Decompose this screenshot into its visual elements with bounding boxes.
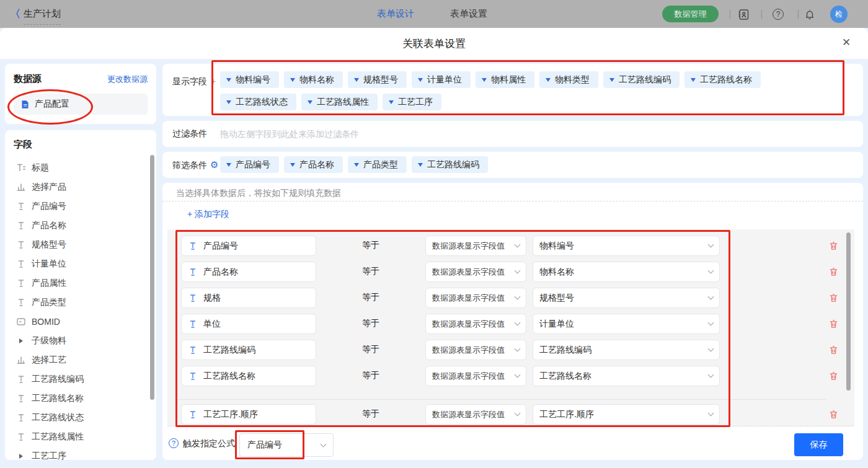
datasource-item-product-config[interactable]: 产品配置: [14, 94, 148, 115]
display-tag[interactable]: 工艺路线属性: [301, 94, 378, 110]
field-item-select-process[interactable]: 选择工艺: [14, 350, 148, 369]
trash-icon[interactable]: [828, 241, 839, 254]
trash-icon[interactable]: [828, 293, 839, 306]
caret-down-icon[interactable]: [290, 163, 295, 167]
caret-down-icon[interactable]: [226, 100, 231, 104]
save-button[interactable]: 保存: [794, 433, 843, 456]
notification-bell-icon[interactable]: [803, 7, 817, 21]
caret-down-icon[interactable]: [354, 163, 359, 167]
rule-field-box[interactable]: 工艺路线编码: [181, 340, 316, 360]
add-field-link[interactable]: + 添加字段: [187, 209, 229, 220]
rule-field-box[interactable]: 工艺工序.顺序: [181, 404, 316, 425]
back-chevron-icon[interactable]: 〈: [10, 7, 20, 21]
rules-scrollbar[interactable]: [846, 232, 851, 391]
caret-down-icon[interactable]: [482, 78, 487, 82]
field-item-bomid[interactable]: BOMID: [14, 312, 148, 331]
caret-down-icon[interactable]: [691, 78, 696, 82]
field-item-route-code[interactable]: 工艺路线编码: [14, 369, 148, 389]
rule-field-box[interactable]: 产品名称: [181, 262, 316, 282]
rule-source-select[interactable]: 数据源表显示字段值: [425, 314, 526, 334]
display-tag[interactable]: 工艺工序: [383, 94, 441, 110]
display-tag[interactable]: 物料名称: [284, 71, 343, 88]
caret-down-icon[interactable]: [308, 100, 312, 104]
rule-field-box[interactable]: 规格: [181, 288, 316, 308]
avatar[interactable]: 检: [830, 6, 848, 23]
rule-value-select[interactable]: 工艺路线名称: [533, 366, 720, 386]
gear-icon[interactable]: ⚙: [210, 159, 218, 170]
text-field-icon: [16, 203, 26, 210]
field-item-route-attr[interactable]: 工艺路线属性: [14, 427, 148, 446]
trash-icon[interactable]: [828, 371, 839, 384]
field-item-route-status[interactable]: 工艺路线状态: [14, 408, 148, 427]
text-field-icon: [16, 260, 26, 268]
page-title[interactable]: 生产计划: [24, 8, 61, 20]
tab-form-settings[interactable]: 表单设置: [450, 8, 487, 20]
trash-icon[interactable]: [828, 345, 839, 358]
fields-title: 字段: [14, 139, 32, 149]
rule-source-select[interactable]: 数据源表显示字段值: [425, 340, 526, 360]
close-icon[interactable]: ✕: [842, 36, 851, 49]
caret-down-icon[interactable]: [290, 78, 295, 82]
caret-down-icon[interactable]: [418, 163, 423, 167]
caret-down-icon[interactable]: [418, 78, 423, 82]
field-item-product-type[interactable]: 产品类型: [14, 293, 148, 312]
rule-source-select[interactable]: 数据源表显示字段值: [425, 366, 526, 386]
rule-field-box[interactable]: 产品编号: [181, 236, 316, 256]
title-dotted-underline: [24, 24, 61, 25]
caret-down-icon[interactable]: [226, 163, 231, 167]
rule-source-select[interactable]: 数据源表显示字段值: [425, 262, 526, 282]
field-item-title[interactable]: 标题: [14, 158, 148, 177]
change-datasource-link[interactable]: 更改数据源: [107, 74, 148, 85]
help-circle-icon[interactable]: ?: [169, 438, 179, 448]
field-item-unit[interactable]: 计量单位: [14, 254, 148, 273]
caret-down-icon[interactable]: [354, 78, 359, 82]
screen-tag[interactable]: 工艺路线编码: [412, 156, 488, 173]
contact-book-icon[interactable]: [737, 7, 750, 21]
rule-value-select[interactable]: 规格型号: [533, 288, 720, 308]
display-tag[interactable]: 工艺路线状态: [220, 94, 296, 110]
rule-value-select[interactable]: 物料编号: [533, 236, 720, 256]
display-tag[interactable]: 工艺路线名称: [684, 71, 761, 88]
field-item-child-material[interactable]: 子级物料: [14, 331, 148, 350]
rule-value-select[interactable]: 计量单位: [533, 314, 720, 334]
display-tag[interactable]: 计量单位: [412, 71, 471, 88]
rule-field-box[interactable]: 单位: [181, 314, 316, 334]
tab-form-design[interactable]: 表单设计: [377, 8, 414, 20]
rule-source-select[interactable]: 数据源表显示字段值: [425, 288, 526, 308]
data-management-button[interactable]: 数据管理: [662, 6, 719, 22]
caret-down-icon[interactable]: [226, 78, 231, 82]
trash-icon[interactable]: [828, 409, 839, 422]
rule-source-select[interactable]: 数据源表显示字段值: [425, 236, 526, 256]
display-tag[interactable]: 物料编号: [220, 71, 279, 88]
rule-field-box[interactable]: 工艺路线名称: [181, 366, 316, 386]
rule-value-select[interactable]: 工艺工序.顺序: [533, 404, 720, 425]
field-item-process-step[interactable]: 工艺工序: [14, 446, 148, 466]
field-item-product-name[interactable]: 产品名称: [14, 216, 148, 235]
screen-tag[interactable]: 产品类型: [348, 156, 407, 173]
caret-down-icon[interactable]: [609, 78, 614, 82]
filter-dropzone-placeholder[interactable]: 拖动左侧字段到此处来添加过滤条件: [220, 129, 359, 140]
fields-scrollbar[interactable]: [150, 155, 154, 400]
field-item-route-name[interactable]: 工艺路线名称: [14, 389, 148, 408]
caret-down-icon[interactable]: [389, 100, 394, 104]
display-tag[interactable]: 物料类型: [539, 71, 598, 88]
trash-icon[interactable]: [828, 267, 839, 280]
add-display-field-button[interactable]: +: [211, 76, 216, 86]
field-item-label: 产品名称: [32, 220, 66, 231]
caret-down-icon[interactable]: [546, 78, 551, 82]
rule-value-select[interactable]: 物料名称: [533, 262, 720, 282]
display-tag[interactable]: 规格型号: [348, 71, 407, 88]
field-item-product-attr[interactable]: 产品属性: [14, 273, 148, 293]
field-item-product-code[interactable]: 产品编号: [14, 196, 148, 216]
rule-source-select[interactable]: 数据源表显示字段值: [425, 404, 526, 425]
display-tag[interactable]: 物料属性: [476, 71, 534, 88]
field-item-select-product[interactable]: 选择产品: [14, 177, 148, 196]
screen-tag[interactable]: 产品名称: [284, 156, 343, 173]
trash-icon[interactable]: [828, 319, 839, 332]
screen-tag[interactable]: 产品编号: [220, 156, 279, 173]
field-item-spec-model[interactable]: 规格型号: [14, 235, 148, 254]
trigger-field-select[interactable]: 产品编号: [239, 433, 334, 457]
rule-value-select[interactable]: 工艺路线编码: [533, 340, 720, 360]
help-icon[interactable]: ?: [771, 7, 785, 21]
display-tag[interactable]: 工艺路线编码: [603, 71, 680, 88]
